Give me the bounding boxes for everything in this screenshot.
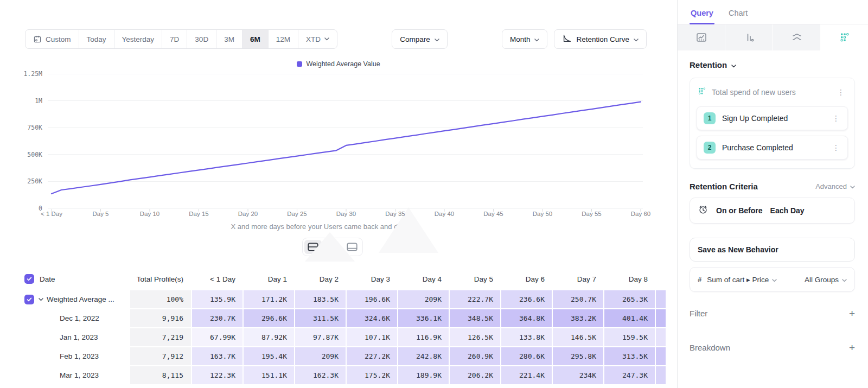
step-number-badge: 1 [704, 112, 716, 124]
retention-value-cell: 116.9K [398, 328, 449, 346]
add-filter-button[interactable]: + [849, 308, 855, 319]
flows-icon[interactable] [773, 24, 821, 50]
range-30d[interactable]: 30D [187, 30, 216, 48]
retention-value-cell: 260.9K [450, 347, 500, 365]
table-row: Weighted Average ...100%135.9K171.2K183.… [16, 290, 677, 308]
retention-value-cell: 280.6K [501, 347, 552, 365]
bar-chart-icon[interactable] [725, 24, 773, 50]
section-title: Retention [690, 60, 727, 69]
filter-label: Filter [690, 309, 849, 318]
condition-label[interactable]: On or Before [716, 206, 763, 215]
x-axis-tick: Day 30 [322, 211, 371, 217]
kebab-menu-icon[interactable]: ⋮ [830, 143, 842, 152]
retention-value-cell: 247.3K [604, 366, 655, 384]
range-7d[interactable]: 7D [162, 30, 187, 48]
chart-plot-area: 0250K500K750K1M1.25M< 1 DayDay 5Day 10Da… [0, 74, 665, 221]
groups-dropdown[interactable]: All Groups [805, 276, 847, 284]
profiles-column-header: Total Profile(s) [130, 269, 191, 289]
retention-value-cell: 324.6K [347, 309, 397, 327]
granularity-dropdown[interactable]: Month [502, 29, 548, 49]
range-today[interactable]: Today [79, 30, 114, 48]
retention-value-cell: 162.3K [295, 366, 346, 384]
advanced-dropdown[interactable]: Advanced [815, 182, 855, 190]
y-axis-tick: 250K [0, 177, 42, 185]
retention-value-cell: 196.6K [347, 290, 397, 308]
behavior-dots-icon [698, 87, 706, 98]
day-column-header: Day 2 [295, 269, 346, 289]
expand-chevron-icon[interactable] [39, 298, 43, 301]
retention-value-cell: 175.2K [347, 366, 397, 384]
measure-row: # Sum of cart ▸ Price All Groups [690, 267, 855, 292]
retention-value-cell: 195.4K [244, 347, 294, 365]
x-axis-tick: Day 40 [420, 211, 469, 217]
range-12m[interactable]: 12M [269, 30, 298, 48]
tab-chart[interactable]: Chart [729, 9, 748, 24]
x-axis-tick: < 1 Day [27, 211, 76, 217]
retention-value-cell: 122.3K [192, 366, 242, 384]
behavior-steps: 1Sign Up Completed⋮2Purchase Completed⋮ [697, 106, 848, 160]
retention-icon[interactable] [821, 24, 868, 50]
day-column-header: Day 1 [244, 269, 294, 289]
range-3m[interactable]: 3M [216, 30, 242, 48]
compare-button[interactable]: Compare [392, 29, 448, 49]
row-checkbox[interactable] [24, 274, 34, 284]
range-xtd[interactable]: XTD [298, 30, 337, 48]
y-axis-tick: 500K [0, 151, 42, 158]
calendar-icon [33, 35, 42, 43]
number-type-icon: # [698, 276, 701, 284]
measure-property-dropdown[interactable]: Sum of cart ▸ Price [707, 275, 777, 284]
x-axis-tick: Day 5 [76, 211, 125, 217]
retention-value-cell: 401.4K [604, 309, 655, 327]
x-axis-tick: Day 25 [273, 211, 322, 217]
range-6m[interactable]: 6M [242, 30, 269, 48]
x-axis-tick: Day 60 [616, 211, 665, 217]
retention-value-cell: 107.1K [347, 328, 397, 346]
retention-value-cell: 336.1K [398, 309, 449, 327]
retention-value-cell: 183.5K [295, 290, 346, 308]
retention-value-cell: 234K [553, 366, 603, 384]
kebab-menu-icon[interactable]: ⋮ [830, 113, 842, 123]
add-breakdown-button[interactable]: + [849, 342, 855, 353]
line-chart-icon[interactable] [678, 24, 725, 50]
retention-chart: Weighted Average Value 0250K500K750K1M1.… [0, 60, 677, 231]
kebab-menu-icon[interactable]: ⋮ [835, 87, 847, 97]
y-axis-tick: 1M [0, 97, 42, 105]
retention-value-cell: 206.2K [450, 366, 500, 384]
chevron-down-icon [435, 35, 439, 43]
watermark-triangle [305, 232, 355, 262]
behavior-title: Total spend of new users [712, 88, 829, 97]
legend-label: Weighted Average Value [306, 60, 380, 68]
retention-section-header[interactable]: Retention [690, 60, 855, 69]
retention-value-cell: 67.99K [192, 328, 242, 346]
retention-condition-card[interactable]: On or Before Each Day [690, 198, 855, 224]
advanced-label: Advanced [815, 182, 847, 190]
retention-value-cell: 126.5K [450, 328, 500, 346]
retention-value-cell: 189.9K [398, 366, 449, 384]
condition-window[interactable]: Each Day [770, 206, 805, 215]
retention-value-cell: 135.9K [192, 290, 242, 308]
behavior-step[interactable]: 2Purchase Completed⋮ [697, 136, 848, 160]
retention-value-cell: 250.7K [553, 290, 603, 308]
range-yesterday[interactable]: Yesterday [114, 30, 163, 48]
y-axis-tick: 750K [0, 124, 42, 131]
tab-query[interactable]: Query [691, 9, 713, 24]
query-sidebar: Query Chart [677, 0, 868, 388]
retention-value-cell: 311.5K [295, 309, 346, 327]
retention-value-cell: 383.2K [553, 309, 603, 327]
retention-value-cell: 348.5K [450, 309, 500, 327]
toolbar: CustomTodayYesterday7D30D3M6M12MXTD Comp… [25, 29, 647, 49]
day-column-header: Day 5 [450, 269, 500, 289]
day-column-header: < 1 Day [192, 269, 242, 289]
retention-value-cell: 236.6K [501, 290, 552, 308]
chart-type-dropdown[interactable]: Retention Curve [554, 29, 647, 49]
sidebar-tabs: Query Chart [678, 0, 868, 24]
criteria-title: Retention Criteria [690, 182, 815, 191]
granularity-label: Month [510, 35, 531, 43]
date-range-segmented: CustomTodayYesterday7D30D3M6M12MXTD [25, 29, 337, 49]
range-custom[interactable]: Custom [25, 30, 79, 48]
x-axis-tick: Day 45 [469, 211, 518, 217]
save-as-new-behavior-button[interactable]: Save as New Behavior [690, 238, 855, 262]
behavior-step[interactable]: 1Sign Up Completed⋮ [697, 106, 848, 130]
chart-type-selector [678, 24, 868, 50]
row-checkbox[interactable] [24, 295, 34, 304]
